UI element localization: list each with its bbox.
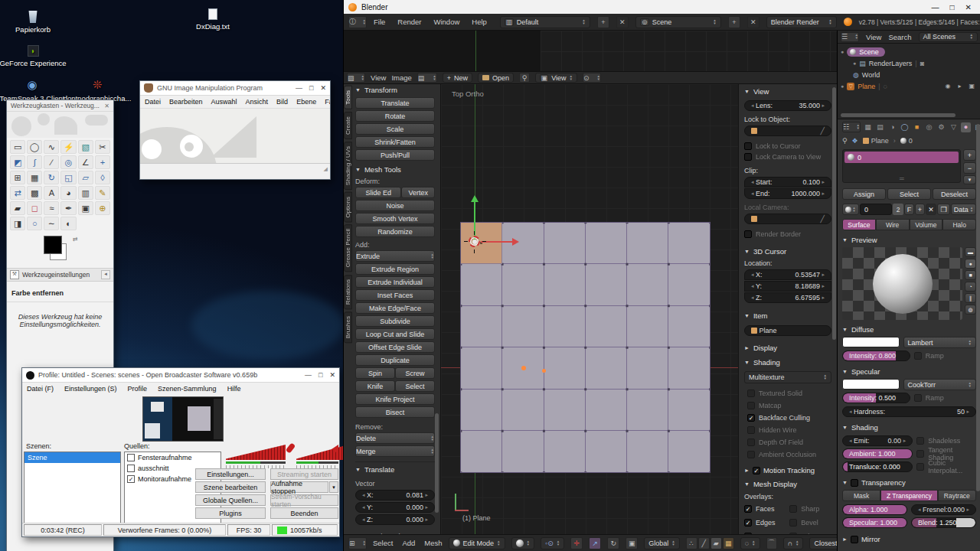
tab-options[interactable]: Options bbox=[344, 192, 352, 223]
cursor-panel-header[interactable]: ▼3D Cursor bbox=[744, 247, 831, 256]
cage-transform-tool[interactable]: ▩ bbox=[27, 186, 42, 200]
diffuse-ramp-row[interactable]: Ramp bbox=[914, 350, 976, 361]
preview-monkey-button[interactable]: ◔ bbox=[965, 282, 976, 292]
smudge-tool[interactable]: ∼ bbox=[44, 217, 59, 230]
shading-option[interactable]: Hidden Wire bbox=[747, 425, 831, 435]
assign-button[interactable]: Assign bbox=[842, 188, 886, 200]
slot-specials-button[interactable]: ▼ bbox=[963, 175, 976, 184]
modifiers-tab-icon[interactable]: ⚙ bbox=[936, 122, 946, 132]
new-material-button[interactable]: + bbox=[915, 204, 925, 215]
tab-grease-pencil[interactable]: Grease Pencil bbox=[344, 224, 352, 272]
pivot-icon[interactable]: ⊙▲▼ bbox=[583, 73, 601, 83]
dodge-burn-tool[interactable]: ◐ bbox=[60, 217, 76, 230]
checkbox[interactable] bbox=[744, 230, 752, 238]
checkbox[interactable]: ✓ bbox=[127, 475, 135, 483]
material-slot-active[interactable]: 0 bbox=[844, 152, 959, 163]
minimize-icon[interactable]: — bbox=[305, 371, 312, 379]
menu-item[interactable]: Window bbox=[433, 18, 459, 26]
mesh-display-header[interactable]: ▼Mesh Display bbox=[744, 480, 831, 488]
stop-recording-button[interactable]: Aufnahme stoppen bbox=[270, 481, 328, 493]
tool-shelf-scrollbar[interactable] bbox=[435, 413, 439, 513]
npanel-scrollbar[interactable] bbox=[832, 87, 836, 340]
shading-panel-header[interactable]: ▼Shading bbox=[744, 358, 831, 367]
viewport-shading-selector[interactable]: ▲▼ bbox=[511, 537, 534, 549]
mode-selector[interactable]: Edit Mode▲▼ bbox=[449, 537, 505, 549]
manipulator-axis-icon[interactable]: ✛ bbox=[570, 537, 583, 549]
specular-panel-header[interactable]: ▼Specular bbox=[842, 367, 976, 376]
menu-item[interactable]: Profile bbox=[128, 385, 148, 393]
tool-options-tab[interactable]: ⚒ Werkzeugeinstellungen ◂ bbox=[7, 268, 113, 282]
local-camera-field[interactable]: ╱ bbox=[744, 214, 831, 224]
checkbox[interactable] bbox=[916, 437, 924, 445]
move-tool[interactable]: + bbox=[95, 155, 110, 169]
snap-selector[interactable]: ∩▲▼ bbox=[783, 537, 804, 549]
expand-icon[interactable]: ● bbox=[841, 49, 844, 54]
tool-button[interactable]: Subdivide bbox=[355, 315, 435, 327]
checkbox[interactable] bbox=[127, 465, 135, 472]
perspective-tool[interactable]: ◊ bbox=[95, 171, 110, 184]
specular-shader-selector[interactable]: CookTorr▲▼ bbox=[903, 379, 976, 390]
raytrace-button[interactable]: Raytrace bbox=[938, 490, 976, 501]
color-picker-tool[interactable]: ∕ bbox=[44, 155, 59, 169]
tool-button[interactable]: Make Edge/Face bbox=[355, 302, 435, 314]
gimp-toolbox-titlebar[interactable]: Werkzeugkasten - Werkzeug... ✕ bbox=[7, 100, 113, 112]
delete-menu-button[interactable]: Delete▲▼ bbox=[355, 432, 435, 444]
edit-scene-button[interactable]: Szene bearbeiten bbox=[195, 481, 266, 493]
remove-slot-button[interactable]: − bbox=[963, 162, 976, 174]
shadeless-row[interactable]: Shadeless bbox=[916, 435, 976, 446]
preview-sphere-button[interactable]: ● bbox=[965, 259, 976, 269]
constraints-tab-icon[interactable]: ◎ bbox=[924, 122, 934, 132]
mirror-panel-header[interactable]: ►Mirror bbox=[842, 535, 976, 543]
delete-scene-button[interactable]: ✕ bbox=[747, 16, 760, 28]
airbrush-tool[interactable]: ≈ bbox=[44, 201, 59, 215]
clip-start-field[interactable]: ◂ Start:0.100 ▸ bbox=[744, 177, 831, 187]
checkbox[interactable] bbox=[744, 153, 752, 161]
gradient-tool[interactable]: ▥ bbox=[78, 186, 93, 200]
tool-button[interactable]: Offset Edge Slide bbox=[355, 341, 435, 353]
merge-menu-button[interactable]: Merge▲▼ bbox=[355, 445, 435, 457]
ztransparency-button[interactable]: Z Transparency bbox=[880, 490, 937, 501]
deselect-button[interactable]: Deselect bbox=[933, 188, 976, 200]
add-scene-button[interactable]: + bbox=[728, 16, 740, 28]
minimize-icon[interactable]: — bbox=[296, 84, 302, 92]
menu-item[interactable]: Mesh bbox=[424, 539, 442, 547]
menu-item[interactable]: Einstellungen (S) bbox=[64, 385, 117, 393]
checkbox[interactable] bbox=[747, 451, 755, 458]
clone-tool[interactable]: ▣ bbox=[78, 201, 93, 215]
source-item[interactable]: Fensteraufnahme bbox=[125, 452, 220, 463]
checkbox[interactable] bbox=[127, 454, 135, 461]
cursor-z-field[interactable]: ◂ Z:6.67595 ▸ bbox=[744, 292, 831, 303]
collapse-icon[interactable]: ◂ bbox=[101, 270, 110, 279]
checkbox[interactable]: ✓ bbox=[744, 519, 752, 527]
checkbox[interactable] bbox=[747, 390, 755, 397]
blender-titlebar[interactable]: Blender —□✕ bbox=[344, 0, 980, 14]
edge-select-icon[interactable]: ╱ bbox=[698, 537, 710, 549]
paintbrush-tool[interactable]: ▰ bbox=[10, 201, 25, 215]
stream-preview-button[interactable]: Stream-Vorschau starten bbox=[270, 494, 338, 506]
diffuse-intensity-slider[interactable]: Intensity: 0.800 bbox=[849, 352, 896, 360]
overlay-option[interactable]: ✓Faces bbox=[744, 504, 789, 514]
overlay-option[interactable]: Bevel bbox=[789, 517, 831, 528]
scale-tool[interactable]: ◱ bbox=[60, 171, 76, 184]
menu-item[interactable]: Bearbeiten bbox=[169, 98, 203, 106]
shading-option[interactable]: Textured Solid bbox=[747, 388, 831, 399]
delete-layout-button[interactable]: ✕ bbox=[616, 16, 629, 28]
menu-item-image[interactable]: Image bbox=[391, 73, 411, 82]
translate-operator-panel-header[interactable]: ▼Translate bbox=[355, 465, 435, 474]
shading-option[interactable]: Ambient Occlusion bbox=[747, 449, 831, 460]
specular-color-swatch[interactable] bbox=[842, 379, 900, 390]
close-icon[interactable]: ✕ bbox=[965, 3, 972, 11]
tool-button[interactable]: Push/Pull bbox=[355, 149, 435, 161]
ellipse-select-tool[interactable]: ◯ bbox=[27, 140, 42, 154]
vector-y-field[interactable]: ◂ Y:0.000 ▸ bbox=[355, 502, 435, 513]
snap-target-selector[interactable]: Closest▲▼ bbox=[809, 537, 837, 549]
slide-edge-button[interactable]: Slide Ed bbox=[355, 187, 401, 198]
menu-item[interactable]: Farben bbox=[325, 98, 330, 106]
outliner-row-world[interactable]: ◍ World bbox=[841, 69, 978, 80]
fake-user-button[interactable]: F bbox=[904, 204, 914, 215]
crop-tool[interactable]: ▦ bbox=[27, 171, 42, 184]
tool-button[interactable]: Knife Project bbox=[355, 393, 435, 405]
item-panel-header[interactable]: ▼Item bbox=[744, 311, 831, 320]
add-layout-button[interactable]: + bbox=[597, 16, 609, 28]
emit-field[interactable]: ◂ Emit:0.00 ▸ bbox=[842, 435, 913, 446]
